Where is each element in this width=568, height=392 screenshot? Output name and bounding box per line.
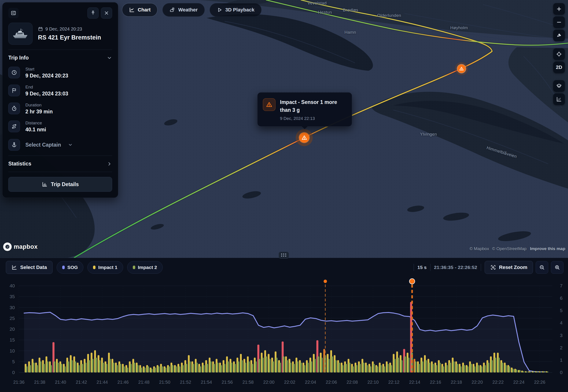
impact2-bar[interactable] bbox=[231, 363, 232, 372]
impact2-bar[interactable] bbox=[310, 361, 312, 372]
impact2-bar[interactable] bbox=[501, 363, 503, 372]
impact2-bar[interactable] bbox=[418, 364, 420, 372]
impact2-bar[interactable] bbox=[428, 363, 430, 372]
impact2-bar[interactable] bbox=[279, 363, 281, 372]
impact2-bar[interactable] bbox=[92, 359, 93, 372]
impact2-bar[interactable] bbox=[50, 365, 52, 372]
impact2-bar[interactable] bbox=[64, 366, 66, 372]
impact2-bar[interactable] bbox=[363, 363, 364, 372]
impact2-bar[interactable] bbox=[404, 356, 406, 372]
impact2-bar[interactable] bbox=[307, 363, 309, 372]
impact2-bar[interactable] bbox=[158, 366, 160, 372]
impact2-bar[interactable] bbox=[536, 372, 538, 372]
impact2-bar[interactable] bbox=[474, 366, 475, 372]
impact2-bar[interactable] bbox=[328, 359, 330, 372]
impact2-bar[interactable] bbox=[345, 364, 347, 372]
impact2-bar[interactable] bbox=[425, 360, 427, 372]
panel-resize-handle[interactable] bbox=[279, 252, 289, 259]
impact2-bar[interactable] bbox=[199, 366, 201, 372]
impact2-bar[interactable] bbox=[189, 361, 191, 372]
impact2-bar[interactable] bbox=[95, 358, 97, 372]
impact2-bar[interactable] bbox=[276, 358, 277, 372]
impact2-bar[interactable] bbox=[359, 364, 361, 372]
impact2-bar[interactable] bbox=[109, 359, 111, 372]
impact2-bar[interactable] bbox=[453, 361, 454, 372]
impact2-bar[interactable] bbox=[78, 365, 80, 372]
impact2-bar[interactable] bbox=[81, 364, 83, 372]
impact2-bar[interactable] bbox=[123, 366, 125, 372]
impact2-bar[interactable] bbox=[495, 358, 496, 372]
legend-pill-impact2[interactable]: Impact 2 bbox=[127, 261, 163, 274]
impact2-bar[interactable] bbox=[237, 361, 239, 372]
attrib-improve-link[interactable]: Improve this map bbox=[530, 246, 565, 251]
impact2-bar[interactable] bbox=[369, 366, 371, 372]
impact2-bar[interactable] bbox=[60, 364, 62, 372]
impact2-bar[interactable] bbox=[460, 366, 462, 372]
impact2-bar[interactable] bbox=[172, 365, 173, 372]
impact2-bar[interactable] bbox=[178, 366, 180, 372]
impact2-bar[interactable] bbox=[213, 364, 215, 372]
impact2-bar[interactable] bbox=[366, 365, 368, 372]
tab-3d-playback[interactable]: 3D Playback bbox=[210, 3, 262, 17]
impact2-bar[interactable] bbox=[258, 359, 260, 372]
impact2-bar[interactable] bbox=[515, 369, 517, 372]
impact2-bar[interactable] bbox=[446, 365, 448, 372]
impact2-bar[interactable] bbox=[390, 365, 392, 372]
impact2-bar[interactable] bbox=[331, 356, 333, 372]
impact2-bar[interactable] bbox=[43, 364, 45, 372]
impact2-bar[interactable] bbox=[470, 364, 472, 372]
impact2-bar[interactable] bbox=[248, 361, 250, 372]
impact2-bar[interactable] bbox=[196, 363, 198, 372]
impact2-bar[interactable] bbox=[321, 358, 323, 372]
impact2-bar[interactable] bbox=[540, 372, 541, 372]
impact2-bar[interactable] bbox=[130, 364, 132, 372]
impact2-bar[interactable] bbox=[116, 365, 118, 372]
impact2-bar[interactable] bbox=[519, 370, 521, 372]
impact2-bar[interactable] bbox=[297, 361, 298, 372]
impact2-bar[interactable] bbox=[57, 363, 59, 372]
impact2-bar[interactable] bbox=[293, 364, 295, 372]
impact2-bar[interactable] bbox=[71, 360, 73, 372]
impact2-bar[interactable] bbox=[376, 366, 378, 372]
impact2-bar[interactable] bbox=[546, 372, 548, 372]
impact2-bar[interactable] bbox=[140, 367, 142, 372]
impact2-bar[interactable] bbox=[338, 363, 340, 372]
impact2-bar[interactable] bbox=[203, 365, 205, 372]
impact2-bar[interactable] bbox=[356, 365, 357, 372]
map-attribution[interactable]: © Mapbox © OpenStreetMap Improve this ma… bbox=[468, 246, 565, 251]
impact2-bar[interactable] bbox=[508, 366, 510, 372]
impact2-bar[interactable] bbox=[522, 371, 524, 373]
impact2-bar[interactable] bbox=[352, 366, 354, 372]
impact2-bar[interactable] bbox=[74, 361, 76, 372]
reset-zoom-button[interactable]: Reset Zoom bbox=[485, 261, 533, 274]
impact2-bar[interactable] bbox=[505, 365, 507, 372]
impact2-bar[interactable] bbox=[529, 372, 531, 372]
impact2-bar[interactable] bbox=[304, 365, 305, 372]
legend-pill-sog[interactable]: SOG bbox=[57, 261, 84, 274]
zoom-in-map-button[interactable] bbox=[553, 3, 565, 15]
impact2-bar[interactable] bbox=[456, 364, 458, 372]
impact2-bar[interactable] bbox=[481, 366, 482, 372]
impact2-bar[interactable] bbox=[335, 360, 336, 372]
impact2-bar[interactable] bbox=[439, 363, 441, 372]
impact2-bar[interactable] bbox=[113, 363, 114, 372]
impact2-bar[interactable] bbox=[342, 365, 344, 372]
impact2-bar[interactable] bbox=[269, 359, 271, 372]
impact2-bar[interactable] bbox=[102, 363, 104, 372]
impact2-bar[interactable] bbox=[245, 363, 246, 372]
impact2-bar[interactable] bbox=[251, 364, 253, 372]
impact2-bar[interactable] bbox=[394, 359, 396, 372]
impact2-bar[interactable] bbox=[290, 363, 291, 372]
impact2-bar[interactable] bbox=[154, 367, 156, 372]
impact-event-dot[interactable] bbox=[323, 280, 327, 283]
scatter-plot-button[interactable] bbox=[553, 93, 565, 105]
impact2-bar[interactable] bbox=[422, 361, 423, 372]
impact2-bar[interactable] bbox=[397, 358, 399, 372]
impact2-bar[interactable] bbox=[526, 372, 527, 372]
impact2-bar[interactable] bbox=[467, 366, 468, 372]
impact2-bar[interactable] bbox=[165, 367, 166, 372]
impact2-bar[interactable] bbox=[477, 365, 479, 372]
impact2-bar[interactable] bbox=[383, 366, 385, 372]
impact2-bar[interactable] bbox=[192, 364, 194, 372]
impact2-bar[interactable] bbox=[206, 364, 208, 372]
